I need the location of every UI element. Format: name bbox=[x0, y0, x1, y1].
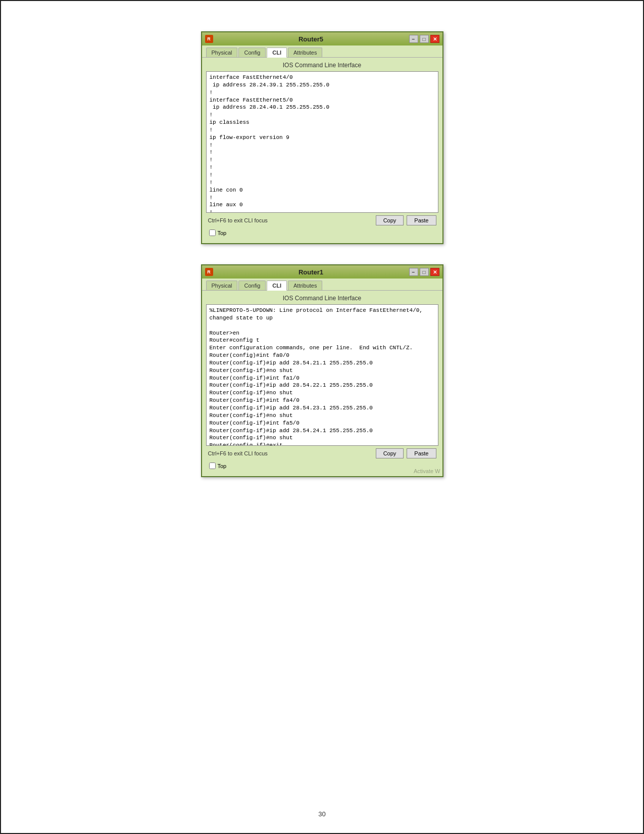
paste-button-router5[interactable]: Paste bbox=[407, 215, 436, 225]
cli-hint-router1: Ctrl+F6 to exit CLI focus bbox=[208, 450, 268, 456]
cli-section-label-r1: IOS Command Line Interface bbox=[206, 295, 438, 302]
router5-icon: R bbox=[205, 35, 213, 43]
activate-watermark: Activate W bbox=[414, 468, 440, 474]
paste-button-router1[interactable]: Paste bbox=[407, 448, 436, 458]
router5-tab-bar: Physical Config CLI Attributes bbox=[202, 45, 442, 58]
cli-footer-router5: Ctrl+F6 to exit CLI focus Copy Paste bbox=[206, 213, 438, 228]
cli-section-label: IOS Command Line Interface bbox=[206, 62, 438, 69]
minimize-button-r1[interactable]: − bbox=[409, 268, 418, 276]
cli-buttons-router1: Copy Paste bbox=[376, 448, 436, 458]
close-button[interactable]: ✕ bbox=[430, 35, 439, 43]
copy-button-router1[interactable]: Copy bbox=[376, 448, 404, 458]
tab-cli-r1[interactable]: CLI bbox=[267, 281, 287, 291]
title-bar-left: R bbox=[205, 35, 213, 43]
router5-body: IOS Command Line Interface interface Fas… bbox=[202, 58, 442, 243]
router1-icon: R bbox=[205, 268, 213, 276]
top-checkbox-router1[interactable] bbox=[209, 462, 216, 469]
router1-window: R Router1 − □ ✕ Physical Config CLI Attr… bbox=[201, 264, 443, 477]
copy-button-router5[interactable]: Copy bbox=[376, 215, 404, 225]
top-checkbox-router5[interactable] bbox=[209, 229, 216, 236]
tab-physical[interactable]: Physical bbox=[206, 48, 238, 57]
tab-physical-r1[interactable]: Physical bbox=[206, 281, 238, 290]
tab-config[interactable]: Config bbox=[238, 48, 266, 57]
router1-title: Router1 bbox=[213, 268, 409, 276]
tab-attributes[interactable]: Attributes bbox=[288, 48, 322, 57]
cli-footer-router1: Ctrl+F6 to exit CLI focus Copy Paste bbox=[206, 446, 438, 461]
router5-title: Router5 bbox=[213, 35, 409, 43]
close-button-r1[interactable]: ✕ bbox=[430, 268, 439, 276]
router5-title-bar: R Router5 − □ ✕ bbox=[202, 32, 442, 45]
router1-body: IOS Command Line Interface %LINEPROTO-5-… bbox=[202, 291, 442, 476]
cli-terminal-router1[interactable]: %LINEPROTO-5-UPDOWN: Line protocol on In… bbox=[206, 304, 438, 446]
top-checkbox-area-router1: Top bbox=[206, 461, 438, 472]
top-checkbox-area-router5: Top bbox=[206, 228, 438, 239]
maximize-button-r1[interactable]: □ bbox=[420, 268, 429, 276]
page-number: 30 bbox=[318, 810, 325, 818]
cli-content-router5: interface FastEthernet4/0 ip address 28.… bbox=[210, 74, 435, 213]
tab-attributes-r1[interactable]: Attributes bbox=[288, 281, 322, 290]
router1-title-bar: R Router1 − □ ✕ bbox=[202, 265, 442, 279]
router1-tab-bar: Physical Config CLI Attributes bbox=[202, 279, 442, 291]
minimize-button[interactable]: − bbox=[409, 35, 418, 43]
cli-buttons-router5: Copy Paste bbox=[376, 215, 436, 225]
router5-window: R Router5 − □ ✕ Physical Config CLI Attr… bbox=[201, 31, 443, 244]
top-label-router5: Top bbox=[218, 230, 227, 236]
tab-cli[interactable]: CLI bbox=[267, 48, 287, 58]
window-controls: − □ ✕ bbox=[409, 35, 439, 43]
cli-terminal-router5[interactable]: interface FastEthernet4/0 ip address 28.… bbox=[206, 71, 438, 213]
cli-hint-router5: Ctrl+F6 to exit CLI focus bbox=[208, 217, 268, 223]
cli-content-router1: %LINEPROTO-5-UPDOWN: Line protocol on In… bbox=[210, 307, 435, 446]
title-bar-left-r1: R bbox=[205, 268, 213, 276]
tab-config-r1[interactable]: Config bbox=[238, 281, 266, 290]
maximize-button[interactable]: □ bbox=[420, 35, 429, 43]
top-label-router1: Top bbox=[218, 463, 227, 469]
window-controls-r1: − □ ✕ bbox=[409, 268, 439, 276]
